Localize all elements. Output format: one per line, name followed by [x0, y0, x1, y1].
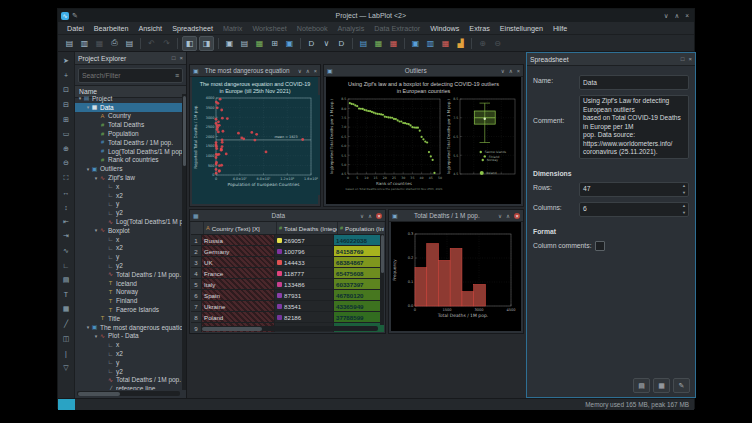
window-maximize-icon[interactable]: ∧ — [306, 68, 310, 74]
add-axis-icon[interactable]: ∟ — [60, 260, 72, 272]
row-number-cell[interactable]: 8 — [191, 312, 202, 322]
dock-float-icon[interactable]: □ — [681, 56, 685, 62]
new-worksheet-button[interactable]: ▣ — [283, 37, 296, 50]
import-sql-button[interactable]: ▦ — [372, 37, 385, 50]
load-template-button[interactable]: ▤ — [633, 378, 650, 393]
cursor-tool-icon[interactable]: | — [60, 347, 72, 359]
total-deaths-cell[interactable]: 82186 — [275, 312, 334, 322]
menu-windows[interactable]: Windows — [425, 24, 464, 33]
row-number-cell[interactable]: 5 — [191, 279, 202, 289]
country-cell[interactable]: Italy — [202, 279, 275, 289]
region-select-icon[interactable]: ▭ — [60, 128, 72, 140]
add-reference-line-icon[interactable]: ╱ — [60, 318, 72, 330]
row-number-cell[interactable]: 3 — [191, 257, 202, 267]
crosshair-tool-icon[interactable]: + — [60, 70, 72, 82]
tree-item-title[interactable]: TTitle — [75, 314, 182, 323]
tree-item-total-deaths-1m-pop[interactable]: ∿Total Deaths / 1M pop. — [75, 376, 182, 385]
maximize-icon[interactable]: ∧ — [674, 12, 679, 20]
print-button[interactable]: ⎙ — [108, 37, 121, 50]
menu-hilfe[interactable]: Hilfe — [548, 24, 572, 33]
population-cell[interactable]: 37788599 — [334, 312, 384, 322]
total-deaths-cell[interactable]: 100796 — [275, 246, 334, 256]
tree-item-norway[interactable]: TNorway — [75, 288, 182, 297]
save-template-button[interactable]: ▦ — [653, 378, 670, 393]
tree-item-x[interactable]: ∟x — [75, 182, 182, 191]
add-curve-icon[interactable]: ∿ — [60, 245, 72, 257]
auto-scale-y-icon[interactable]: ↕ — [60, 201, 72, 213]
country-cell[interactable]: Germany — [202, 246, 275, 256]
minimize-icon[interactable]: ∨ — [664, 12, 669, 20]
spin-up-icon[interactable]: ▲ — [682, 184, 686, 188]
open-project-button[interactable]: ▥ — [78, 37, 91, 50]
spin-down-icon[interactable]: ▼ — [682, 191, 686, 195]
import-dataset-button[interactable]: ▦ — [387, 37, 400, 50]
select-tool-icon[interactable]: ➤ — [60, 55, 72, 67]
tree-item-x2[interactable]: ∟x2 — [75, 191, 182, 200]
search-input[interactable] — [79, 72, 175, 79]
columns-stepper[interactable]: 6 ▲ ▼ — [579, 202, 689, 217]
explorer-vertical-scrollbar[interactable] — [182, 94, 186, 390]
export-matrix-button[interactable]: ▦ — [439, 37, 452, 50]
window-titlebar[interactable]: ▣ Total Deaths / 1 M pop. ∨ ∧ × — [389, 210, 523, 222]
window-maximize-icon[interactable]: ∧ — [509, 68, 513, 74]
tree-item-total-deaths-1m-pop[interactable]: #Total Deaths / 1M pop. — [75, 138, 182, 147]
total-deaths-cell[interactable]: 133486 — [275, 279, 334, 289]
population-cell[interactable]: 60337397 — [334, 279, 384, 289]
tree-item-boxplot[interactable]: ▾∿Boxplot — [75, 226, 182, 235]
window-close-icon[interactable]: × — [514, 213, 520, 219]
tree-item-reference-line[interactable]: ╱reference line — [75, 384, 182, 390]
zoom-out-icon[interactable]: ⊖ — [60, 157, 72, 169]
population-cell[interactable]: 46780120 — [334, 290, 384, 300]
new-notebook-button[interactable]: D — [335, 37, 348, 50]
toggle-project-explorer-button[interactable]: ◧ — [182, 36, 197, 51]
population-cell[interactable]: 65475608 — [334, 268, 384, 278]
filter-options-icon[interactable]: ≡ — [175, 72, 182, 79]
country-cell[interactable]: Russia — [202, 235, 275, 245]
country-cell[interactable]: Ukraine — [202, 301, 275, 311]
tree-item-country[interactable]: ACountry — [75, 112, 182, 121]
spin-up-icon[interactable]: ▲ — [682, 204, 686, 208]
menu-notebook[interactable]: Notebook — [292, 24, 333, 33]
print-preview-button[interactable]: ▤ — [123, 37, 136, 50]
total-deaths-cell[interactable]: 83541 — [275, 301, 334, 311]
zoom-y-tool-icon[interactable]: ⊞ — [60, 114, 72, 126]
tree-item-outliers[interactable]: ▾▣Outliers — [75, 164, 182, 173]
window-minimize-icon[interactable]: ∨ — [501, 68, 505, 74]
total-deaths-cell[interactable]: 144433 — [275, 257, 334, 267]
tree-item-y[interactable]: ∟y — [75, 252, 182, 261]
tree-item-y[interactable]: ∟y — [75, 200, 182, 209]
tree-item-plot-data[interactable]: ▾∿Plot - Data — [75, 332, 182, 341]
column-header-col0[interactable] — [191, 222, 204, 234]
zoom-x-tool-icon[interactable]: ⊟ — [60, 99, 72, 111]
window-minimize-icon[interactable]: ∨ — [298, 68, 302, 74]
population-cell[interactable]: 146022038 — [334, 235, 384, 245]
save-project-button[interactable]: ▦ — [93, 37, 106, 50]
column-header-population-integer-y[interactable]: #Population (Integer) [Y] — [338, 222, 384, 234]
window-minimize-icon[interactable]: ∨ — [360, 213, 364, 219]
tree-item-iceland[interactable]: TIceland — [75, 279, 182, 288]
undo-button[interactable]: ↶ — [145, 37, 158, 50]
project-explorer-header[interactable]: Project Explorer □ × — [75, 52, 186, 65]
column-header-country-text-x[interactable]: ACountry (Text) [X] — [204, 222, 277, 234]
population-cell[interactable]: 84158769 — [334, 246, 384, 256]
tree-item-total-deaths-1m-pop[interactable]: ∿Total Deaths / 1M pop. — [75, 270, 182, 279]
row-number-cell[interactable]: 6 — [191, 290, 202, 300]
tree-item-total-deaths[interactable]: #Total Deaths — [75, 120, 182, 129]
add-image-icon[interactable]: ▦ — [60, 303, 72, 315]
statistics-button[interactable]: ▟ — [454, 37, 467, 50]
tree-item-population[interactable]: #Population — [75, 129, 182, 138]
new-project-button[interactable]: ▤ — [63, 37, 76, 50]
tree-item-the-most-dangerous-equation[interactable]: ▾▣The most dangerous equation — [75, 323, 182, 332]
tree-item-rank-of-countries[interactable]: #Rank of countries — [75, 156, 182, 165]
new-workbook-button[interactable]: ▤ — [238, 37, 251, 50]
close-icon[interactable]: × — [685, 12, 689, 20]
zoom-in-button[interactable]: ⊕ — [476, 37, 489, 50]
row-number-cell[interactable]: 7 — [191, 301, 202, 311]
menu-worksheet[interactable]: Worksheet — [247, 24, 291, 33]
total-deaths-cell[interactable]: 87931 — [275, 290, 334, 300]
dock-close-icon[interactable]: × — [179, 55, 183, 61]
datapicker-dropdown[interactable]: ∨ — [320, 37, 333, 50]
population-cell[interactable]: 43365949 — [334, 301, 384, 311]
menu-analysis[interactable]: Analysis — [332, 24, 369, 33]
new-datapicker-button[interactable]: D — [305, 37, 318, 50]
